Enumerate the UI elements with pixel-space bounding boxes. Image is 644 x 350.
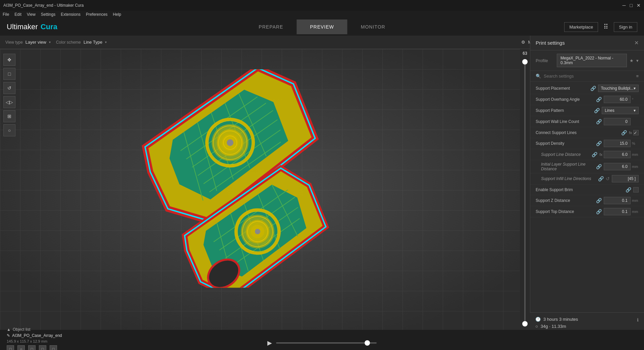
signin-button[interactable]: Sign in (614, 22, 637, 32)
layer-slider: 63 (520, 49, 530, 330)
time-info: 🕐 3 hours 3 minutes ℹ (535, 317, 639, 322)
chevron-icon[interactable]: ▲ (7, 327, 11, 332)
link-icon[interactable]: 🔗 (596, 164, 602, 169)
setting-value[interactable]: 0 (604, 118, 631, 125)
setting-name: Connect Support Lines (536, 130, 621, 135)
connect-support-lines-checkbox[interactable]: ✓ (633, 130, 639, 135)
minimize-icon[interactable]: ─ (623, 3, 626, 8)
link-icon[interactable]: 🔗 (596, 141, 602, 146)
settings-close-icon[interactable]: ✕ (634, 40, 639, 46)
setting-connect-support-lines: Connect Support Lines 🔗 fx ✓ (530, 127, 644, 138)
rotate-tool[interactable]: ↺ (3, 82, 15, 94)
support-pattern-dropdown[interactable]: Lines ▾ (602, 107, 639, 114)
object-icon-5[interactable]: □ (50, 345, 57, 350)
play-button[interactable]: ▶ (267, 339, 272, 347)
color-scheme-value[interactable]: Line Type (84, 40, 102, 45)
setting-name: Support Z Distance (536, 198, 596, 203)
setting-support-wall-line-count: Support Wall Line Count 🔗 0 (530, 116, 644, 127)
setting-name: Support Line Distance (536, 152, 592, 157)
search-input[interactable] (544, 74, 633, 79)
scale-tool[interactable]: □ (3, 68, 15, 80)
object-icon-1[interactable]: □ (7, 345, 14, 350)
search-row: 🔍 ≡ (530, 71, 644, 82)
object-list-header: ▲ Object list (7, 327, 62, 332)
link-icon[interactable]: 🔗 (596, 119, 602, 124)
apps-icon[interactable]: ⠿ (603, 23, 608, 31)
object-list-label: Object list (13, 327, 31, 332)
refresh-icon[interactable]: ↺ (606, 176, 610, 181)
settings-list: Support Placement 🔗 Touching Buildpl... … (530, 82, 644, 332)
link-icon[interactable]: 🔗 (621, 130, 627, 135)
link-icon[interactable]: 🔗 (598, 176, 604, 181)
seek-thumb[interactable] (365, 340, 370, 346)
setting-value[interactable]: 0.1 (604, 208, 631, 215)
layer-thumb-top[interactable] (522, 59, 528, 64)
close-icon[interactable]: ✕ (637, 3, 641, 8)
logo-ultimaker: Ultimaker (7, 23, 38, 31)
tab-prepare[interactable]: PREPARE (245, 19, 297, 34)
setting-initial-layer-support-line-distance: Initial Layer Support Line Distance 🔗 6.… (530, 160, 644, 173)
color-scheme-arrow[interactable]: ▾ (105, 40, 107, 44)
info-icon[interactable]: ℹ (637, 317, 639, 322)
layer-thumb-bottom[interactable] (522, 321, 528, 326)
link-icon[interactable]: 🔗 (594, 108, 600, 113)
profile-arrow-icon[interactable]: ▾ (636, 58, 639, 63)
support-placement-dropdown[interactable]: Touching Buildpl... ▾ (598, 85, 639, 92)
setting-name: Support Pattern (536, 108, 594, 113)
object-icon-2[interactable]: ○ (17, 345, 25, 350)
material-icon: ○ (535, 324, 538, 329)
setting-value[interactable]: 6.0 (604, 151, 631, 158)
link-icon[interactable]: 🔗 (626, 187, 631, 192)
link-icon[interactable]: 🔗 (596, 198, 602, 203)
setting-value[interactable]: 0.1 (604, 197, 631, 204)
menu-preferences[interactable]: Preferences (86, 12, 108, 17)
setting-value[interactable]: 15.0 (604, 140, 631, 147)
profile-dropdown[interactable]: MegaX_PLA_2022 - Normal - 0.3mm (557, 54, 627, 67)
menu-help[interactable]: Help (113, 12, 121, 17)
menu-file[interactable]: File (3, 12, 9, 17)
profile-star-icon[interactable]: ★ (630, 58, 634, 63)
title-bar: AI3M_PO_Case_Array_end - Ultimaker Cura … (0, 0, 644, 11)
link-icon[interactable]: 🔗 (596, 97, 602, 102)
viewport-background (0, 49, 530, 330)
menu-settings[interactable]: Settings (41, 12, 55, 17)
move-tool[interactable]: ✥ (3, 54, 15, 66)
menu-extensions[interactable]: Extensions (61, 12, 80, 17)
object-icon-4[interactable]: □ (39, 345, 46, 350)
search-menu-icon[interactable]: ≡ (636, 74, 639, 79)
marketplace-button[interactable]: Marketplace (564, 22, 598, 32)
settings-header: Print settings ✕ (530, 36, 644, 50)
setting-value[interactable]: 6.0 (604, 163, 631, 170)
support-tool[interactable]: ○ (3, 124, 15, 136)
menu-view[interactable]: View (27, 12, 36, 17)
tab-monitor[interactable]: MONITOR (347, 19, 399, 34)
tab-preview[interactable]: PREVIEW (297, 19, 347, 34)
setting-name: Enable Support Brim (536, 187, 626, 192)
setting-value[interactable]: 60.0 (604, 96, 631, 103)
seek-bar[interactable] (276, 342, 377, 344)
link-icon[interactable]: 🔗 (596, 209, 602, 214)
enable-support-brim-checkbox[interactable] (633, 187, 639, 192)
setting-value[interactable]: [45 ] (612, 175, 639, 182)
printer-settings-icon[interactable]: ⚙ (521, 40, 525, 45)
setting-support-density: Support Density 🔗 15.0 % (530, 138, 644, 149)
bottom-bar: ▲ Object list ✎ AI3M_PO_Case_Array_end 1… (0, 330, 644, 350)
view-type-arrow[interactable]: ▾ (49, 40, 51, 44)
viewport[interactable] (0, 49, 530, 330)
unit-label: mm (632, 199, 639, 203)
time-icon: 🕐 (535, 317, 541, 322)
mirror-tool[interactable]: ◁▷ (3, 96, 15, 108)
maximize-icon[interactable]: □ (630, 3, 633, 8)
layer-track[interactable] (524, 59, 526, 326)
menu-edit[interactable]: Edit (14, 12, 21, 17)
link-icon[interactable]: 🔗 (592, 152, 597, 157)
setting-name: Initial Layer Support Line Distance (536, 162, 596, 171)
link-icon[interactable]: 🔗 (590, 86, 596, 91)
setting-support-overhang-angle: Support Overhang Angle 🔗 60.0 ° (530, 94, 644, 105)
object-icon-3[interactable]: □ (28, 345, 36, 350)
arrange-tool[interactable]: ⊞ (3, 110, 15, 122)
view-type-value[interactable]: Layer view (25, 40, 46, 45)
window-controls[interactable]: ─ □ ✕ (623, 3, 641, 8)
setting-name: Support Placement (536, 86, 590, 91)
setting-support-z-distance: Support Z Distance 🔗 0.1 mm (530, 195, 644, 206)
